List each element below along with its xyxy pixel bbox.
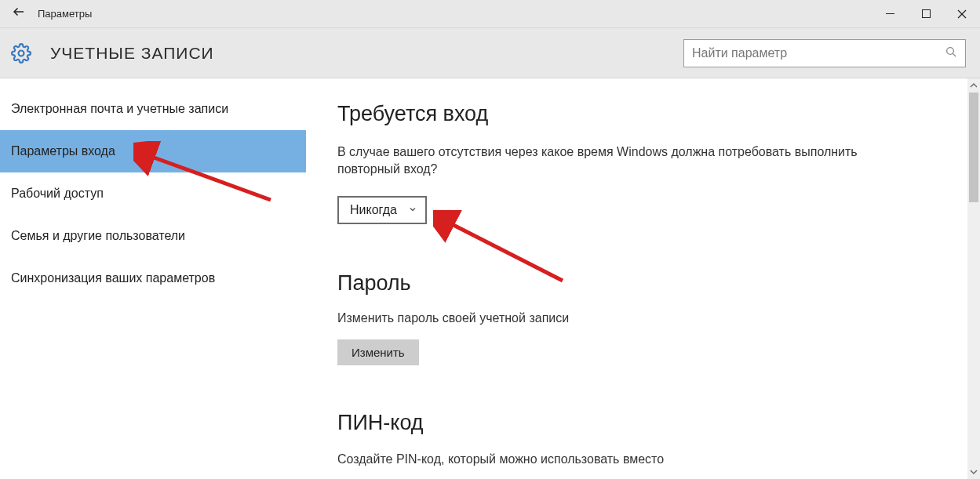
sidebar-item-label: Синхронизация ваших параметров — [11, 271, 215, 285]
pin-heading: ПИН-код — [337, 411, 949, 435]
change-password-button[interactable]: Изменить — [337, 339, 419, 365]
titlebar: Параметры — [0, 0, 980, 28]
sidebar: Электронная почта и учетные записи Парам… — [0, 78, 306, 479]
button-label: Изменить — [352, 346, 405, 359]
signin-heading: Требуется вход — [337, 102, 949, 126]
close-button[interactable] — [944, 0, 980, 28]
pin-description-truncated: Создайте PIN-код, который можно использо… — [337, 452, 949, 466]
scroll-down-button[interactable] — [967, 465, 980, 479]
sidebar-item-family-users[interactable]: Семья и другие пользователи — [0, 215, 306, 257]
content-pane: Требуется вход В случае вашего отсутстви… — [306, 78, 980, 479]
sidebar-item-email-accounts[interactable]: Электронная почта и учетные записи — [0, 88, 306, 130]
sidebar-item-label: Электронная почта и учетные записи — [11, 102, 228, 115]
sidebar-item-work-access[interactable]: Рабочий доступ — [0, 172, 306, 215]
search-box[interactable] — [683, 39, 966, 67]
header: УЧЕТНЫЕ ЗАПИСИ — [0, 28, 980, 78]
password-description: Изменить пароль своей учетной записи — [337, 311, 949, 325]
vertical-scrollbar[interactable] — [967, 78, 980, 479]
chevron-down-icon — [408, 203, 417, 217]
scroll-up-button[interactable] — [967, 78, 980, 93]
scroll-thumb[interactable] — [969, 93, 978, 202]
minimize-button[interactable] — [872, 0, 908, 28]
window-title: Параметры — [38, 8, 92, 20]
search-input[interactable] — [692, 46, 945, 60]
svg-point-5 — [19, 50, 24, 56]
section-title: УЧЕТНЫЕ ЗАПИСИ — [50, 44, 214, 63]
svg-point-6 — [947, 48, 954, 55]
svg-rect-2 — [922, 10, 930, 18]
sidebar-item-label: Параметры входа — [11, 144, 115, 158]
search-icon — [945, 45, 957, 60]
password-heading: Пароль — [337, 271, 949, 296]
signin-description: В случае вашего отсутствия через какое в… — [337, 143, 918, 179]
require-signin-dropdown[interactable]: Никогда — [337, 196, 427, 224]
gear-icon — [11, 43, 31, 64]
sidebar-item-label: Рабочий доступ — [11, 187, 104, 200]
sidebar-item-label: Семья и другие пользователи — [11, 229, 185, 242]
dropdown-value: Никогда — [350, 203, 397, 217]
sidebar-item-sync-settings[interactable]: Синхронизация ваших параметров — [0, 257, 306, 299]
maximize-button[interactable] — [908, 0, 944, 28]
sidebar-item-signin-options[interactable]: Параметры входа — [0, 130, 306, 172]
back-button[interactable] — [0, 5, 38, 23]
svg-line-7 — [953, 53, 956, 56]
